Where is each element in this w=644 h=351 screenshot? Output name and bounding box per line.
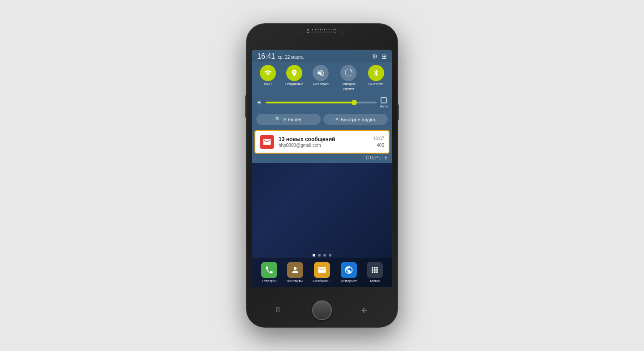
rotation-label: Поворот экрана <box>338 82 359 90</box>
clock: 16:41 <box>257 52 275 60</box>
page-indicator <box>252 254 392 257</box>
screen: 16:41 ср, 22 марта ⚙ ⊞ Wi-Fi <box>252 50 392 287</box>
menu-app-label: Меню <box>370 279 380 283</box>
phone-app-icon[interactable] <box>261 262 277 278</box>
brightness-fill <box>266 102 354 103</box>
volume-button[interactable] <box>245 95 246 118</box>
quick-connect-label: Быстрое подкл. <box>341 117 377 122</box>
page-dot-1 <box>313 254 315 257</box>
internet-app-icon[interactable] <box>341 262 357 278</box>
contacts-app-icon[interactable] <box>287 262 303 278</box>
sensor <box>341 30 344 34</box>
notification-title: 13 новых сообщений <box>279 136 369 142</box>
svg-rect-2 <box>276 310 279 312</box>
brightness-row: ☀ Авто <box>252 94 392 111</box>
auto-brightness-btn[interactable]: Авто <box>380 97 388 108</box>
auto-label: Авто <box>380 104 388 108</box>
internet-app-label: Интернет <box>341 279 357 283</box>
notification-card[interactable]: 13 новых сообщений hhp0000@gmail.com 16:… <box>254 130 390 154</box>
dock-contacts[interactable]: Контакты <box>287 262 303 283</box>
rotation-toggle-circle[interactable] <box>340 65 356 81</box>
power-button[interactable] <box>398 104 399 120</box>
svg-rect-0 <box>381 98 386 103</box>
front-camera <box>300 30 303 34</box>
top-hardware <box>300 30 344 34</box>
finder-row: 🔍 S Finder ✳ Быстрое подкл. <box>252 111 392 128</box>
dock-internet[interactable]: Интернет <box>341 262 357 283</box>
svg-rect-1 <box>276 307 279 309</box>
notification-app-icon <box>260 135 274 149</box>
toggle-bluetooth[interactable]: Bluetooth <box>368 65 384 90</box>
brightness-low-icon: ☀ <box>256 99 262 106</box>
s-finder-label: S Finder <box>283 117 302 122</box>
notification-count: 405 <box>373 142 384 149</box>
bluetooth-label: Bluetooth <box>369 82 384 86</box>
status-bar: 16:41 ср, 22 марта ⚙ ⊞ <box>252 50 392 62</box>
notification-panel: 16:41 ср, 22 марта ⚙ ⊞ Wi-Fi <box>252 50 392 163</box>
home-button[interactable] <box>312 300 332 320</box>
dock-messages[interactable]: Сообщен... <box>313 262 331 283</box>
notification-content: 13 новых сообщений hhp0000@gmail.com <box>279 136 369 148</box>
status-icons-area: ⚙ ⊞ <box>372 53 387 60</box>
nav-buttons <box>246 300 398 320</box>
speaker <box>309 30 335 33</box>
bluetooth-toggle-circle[interactable] <box>368 65 384 81</box>
search-icon: 🔍 <box>275 116 281 122</box>
back-button[interactable] <box>358 304 371 317</box>
sound-label: Без звука <box>313 82 329 86</box>
messages-app-label: Сообщен... <box>313 279 331 283</box>
page-dot-4 <box>329 254 331 257</box>
toggle-rotation[interactable]: Поворот экрана <box>338 65 359 90</box>
date-display: ср, 22 марта <box>278 55 304 60</box>
snowflake-icon: ✳ <box>335 116 339 122</box>
app-dock: Телефон Контакты Сообщен... <box>252 258 392 287</box>
quick-toggles-row: Wi-Fi Геоданные <box>252 62 392 94</box>
wifi-label: Wi-Fi <box>264 82 272 86</box>
time-date-area: 16:41 ср, 22 марта <box>257 52 304 60</box>
settings-icon[interactable]: ⚙ <box>372 53 378 60</box>
wifi-toggle-circle[interactable] <box>260 65 276 81</box>
quick-connect-button[interactable]: ✳ Быстрое подкл. <box>323 114 388 125</box>
geo-label: Геоданные <box>285 82 304 86</box>
grid-icon[interactable]: ⊞ <box>381 53 387 60</box>
clear-notifications-button[interactable]: СТЕРЕТЬ <box>252 154 392 163</box>
phone-app-label: Телефон <box>262 279 276 283</box>
dock-phone[interactable]: Телефон <box>261 262 277 283</box>
toggle-geo[interactable]: Геоданные <box>285 65 304 90</box>
notification-subtitle: hhp0000@gmail.com <box>279 143 369 148</box>
geo-toggle-circle[interactable] <box>286 65 302 81</box>
messages-app-icon[interactable] <box>314 262 330 278</box>
notification-meta: 16:37 405 <box>373 135 384 149</box>
page-dot-2 <box>318 254 321 257</box>
brightness-thumb <box>352 100 357 105</box>
brightness-slider[interactable] <box>266 102 377 103</box>
s-finder-button[interactable]: 🔍 S Finder <box>256 114 321 125</box>
notification-time: 16:37 <box>373 135 384 142</box>
phone-frame: SAMSUNG 16:41 ср, 22 марта ⚙ ⊞ <box>246 23 398 328</box>
page-dot-3 <box>323 254 326 257</box>
sound-toggle-circle[interactable] <box>313 65 329 81</box>
menu-app-icon[interactable] <box>367 262 383 278</box>
toggle-wifi[interactable]: Wi-Fi <box>260 65 276 90</box>
toggle-sound[interactable]: Без звука <box>313 65 329 90</box>
dock-menu[interactable]: Меню <box>367 262 383 283</box>
contacts-app-label: Контакты <box>287 279 303 283</box>
recent-apps-button[interactable] <box>273 304 286 317</box>
